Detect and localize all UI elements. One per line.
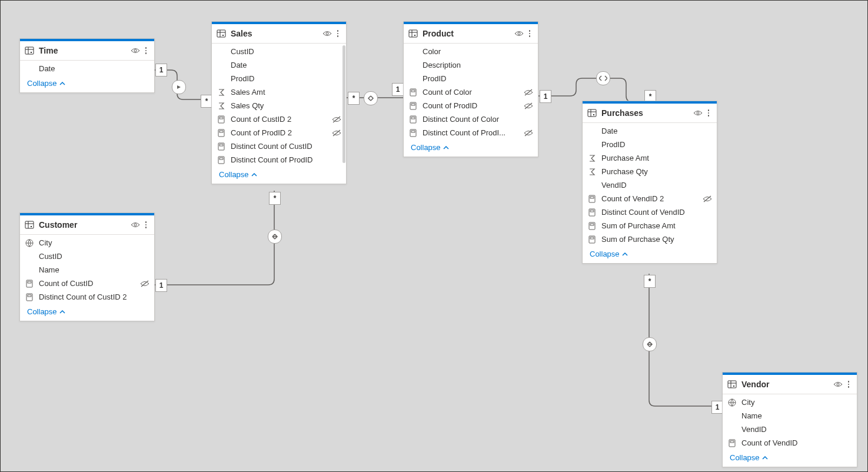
field-row[interactable]: Distinct Count of ProdID — [212, 153, 346, 167]
collapse-button[interactable]: Collapse — [212, 167, 346, 184]
measure-icon — [217, 155, 226, 165]
visibility-icon[interactable] — [131, 220, 140, 230]
table-title: Time — [39, 46, 128, 55]
field-row[interactable]: Description — [404, 58, 538, 72]
field-row[interactable]: Sum of Purchase Amt — [583, 219, 717, 232]
field-row[interactable]: Distinct Count of ProdI... — [404, 126, 538, 139]
field-row[interactable]: City — [20, 236, 154, 250]
hidden-icon[interactable] — [524, 128, 533, 138]
svg-point-1 — [134, 49, 137, 52]
model-canvas[interactable]: 1 * * 1 1 * 1 * * 1 Time — [0, 0, 868, 472]
cardinality-one: 1 — [711, 401, 723, 414]
svg-point-39 — [134, 224, 137, 226]
collapse-button[interactable]: Collapse — [20, 75, 154, 92]
field-row[interactable]: Purchase Qty — [583, 165, 717, 178]
field-row[interactable]: Sales Qty — [212, 99, 346, 112]
sum-icon — [217, 88, 226, 97]
scrollbar[interactable] — [342, 45, 345, 163]
svg-rect-30 — [590, 197, 594, 198]
field-row[interactable]: Date — [20, 62, 154, 75]
field-row[interactable]: ProdID — [404, 72, 538, 85]
hidden-icon[interactable] — [703, 194, 712, 204]
table-product[interactable]: Product Color Description ProdID Count o… — [403, 21, 538, 157]
filter-direction-icon — [596, 71, 610, 85]
visibility-icon[interactable] — [693, 108, 703, 118]
globe-icon — [25, 238, 34, 248]
field-row[interactable]: Count of ProdID — [404, 99, 538, 112]
field-row[interactable]: Date — [583, 124, 717, 138]
filter-direction-icon — [268, 230, 282, 244]
field-row[interactable]: ProdID — [583, 138, 717, 151]
field-row[interactable]: VendID — [723, 423, 857, 436]
svg-rect-20 — [411, 104, 415, 105]
svg-rect-13 — [220, 158, 223, 159]
field-list: Date — [20, 61, 154, 75]
hidden-icon[interactable] — [332, 128, 341, 138]
field-row[interactable]: Count of CustID — [20, 277, 154, 290]
visibility-icon[interactable] — [322, 29, 332, 38]
more-options-icon[interactable] — [142, 47, 149, 54]
field-row[interactable]: Count of VendID — [723, 436, 857, 450]
more-options-icon[interactable] — [334, 30, 341, 37]
field-row[interactable]: Distinct Count of Color — [404, 112, 538, 126]
field-row[interactable]: Count of VendID 2 — [583, 192, 717, 205]
table-icon — [727, 380, 737, 389]
measure-icon — [217, 115, 226, 124]
field-list: CustID Date ProdID Sales Amt Sales Qty C… — [212, 44, 346, 167]
filter-direction-icon — [643, 337, 657, 351]
field-row[interactable]: Name — [20, 263, 154, 277]
table-purchases[interactable]: Purchases Date ProdID Purchase Amt Purch… — [582, 101, 717, 264]
measure-icon — [727, 438, 737, 448]
collapse-button[interactable]: Collapse — [723, 450, 857, 467]
svg-rect-35 — [590, 224, 594, 225]
svg-point-3 — [326, 32, 328, 35]
measure-icon — [25, 279, 34, 288]
table-title: Sales — [231, 29, 320, 38]
svg-point-47 — [837, 383, 839, 385]
svg-rect-14 — [409, 30, 417, 37]
field-row[interactable]: Count of ProdID 2 — [212, 126, 346, 139]
globe-icon — [727, 398, 737, 407]
field-row[interactable]: CustID — [212, 45, 346, 58]
field-row[interactable]: VendID — [583, 178, 717, 192]
field-row[interactable]: Sales Amt — [212, 85, 346, 99]
visibility-icon[interactable] — [514, 29, 524, 38]
svg-rect-0 — [25, 47, 34, 54]
field-row[interactable]: City — [723, 395, 857, 409]
collapse-button[interactable]: Collapse — [583, 246, 717, 263]
table-customer[interactable]: Customer City CustID Name Count of CustI… — [19, 212, 155, 321]
field-row[interactable]: Distinct Count of CustID 2 — [20, 290, 154, 304]
hidden-icon[interactable] — [524, 88, 533, 97]
field-row[interactable]: Date — [212, 58, 346, 72]
visibility-icon[interactable] — [833, 380, 843, 389]
table-vendor[interactable]: Vendor City Name VendID Count of VendID … — [722, 372, 857, 467]
field-row[interactable]: ProdID — [212, 72, 346, 85]
hidden-icon[interactable] — [524, 101, 533, 111]
hidden-icon[interactable] — [332, 115, 341, 124]
more-options-icon[interactable] — [705, 109, 712, 117]
more-options-icon[interactable] — [526, 30, 533, 37]
field-row[interactable]: Distinct Count of CustID — [212, 139, 346, 153]
field-row[interactable]: Sum of Purchase Qty — [583, 232, 717, 246]
field-row[interactable]: CustID — [20, 250, 154, 263]
table-sales[interactable]: Sales CustID Date ProdID Sales Amt Sales… — [211, 21, 347, 184]
measure-icon — [587, 194, 597, 204]
field-row[interactable]: Count of CustID 2 — [212, 112, 346, 126]
svg-rect-8 — [220, 131, 223, 132]
table-title: Product — [423, 29, 512, 38]
field-row[interactable]: Distinct Count of VendID — [583, 205, 717, 219]
cardinality-many: * — [201, 95, 212, 108]
more-options-icon[interactable] — [142, 221, 149, 228]
field-row[interactable]: Color — [404, 45, 538, 58]
table-time[interactable]: Time Date Collapse — [19, 38, 155, 93]
hidden-icon[interactable] — [140, 279, 149, 288]
field-row[interactable]: Count of Color — [404, 85, 538, 99]
field-row[interactable]: Name — [723, 409, 857, 423]
svg-rect-33 — [590, 210, 594, 212]
collapse-button[interactable]: Collapse — [20, 304, 154, 321]
visibility-icon[interactable] — [131, 46, 140, 55]
field-row[interactable]: Purchase Amt — [583, 151, 717, 165]
more-options-icon[interactable] — [845, 381, 852, 388]
svg-rect-5 — [220, 117, 223, 119]
collapse-button[interactable]: Collapse — [404, 139, 538, 157]
